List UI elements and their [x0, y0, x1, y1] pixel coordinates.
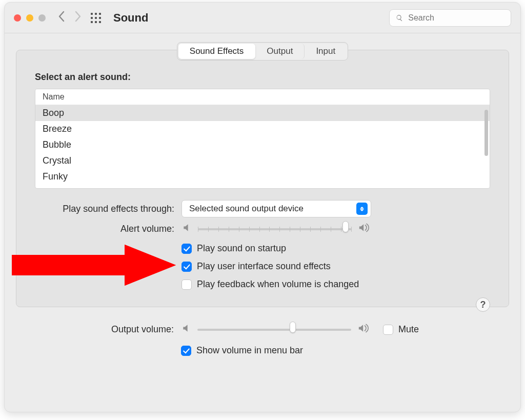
search-field[interactable]: [389, 9, 511, 27]
checkbox-label: Mute: [398, 324, 419, 335]
play-through-select[interactable]: Selected sound output device: [181, 200, 371, 217]
list-item[interactable]: Heroine: [35, 185, 490, 189]
minimize-icon[interactable]: [26, 14, 33, 22]
grid-icon: [91, 13, 101, 23]
list-body[interactable]: Boop Breeze Bubble Crystal Funky Heroine: [35, 105, 490, 189]
checkbox-label: Play user interface sound effects: [197, 261, 331, 272]
volume-low-icon: [181, 323, 192, 336]
list-column-name: Name: [35, 89, 490, 105]
checkbox-icon: [181, 262, 192, 272]
help-button[interactable]: ?: [476, 297, 490, 312]
slider-thumb[interactable]: [290, 322, 296, 333]
volume-low-icon: [181, 223, 193, 235]
nav-group: [58, 11, 82, 25]
forward-button[interactable]: [74, 11, 82, 25]
alert-sound-list[interactable]: Name Boop Breeze Bubble Crystal Funky He…: [35, 89, 490, 189]
sound-effects-panel: Sound Effects Output Input Select an ale…: [16, 50, 509, 307]
tab-output[interactable]: Output: [255, 44, 305, 59]
window-toolbar: Sound: [5, 3, 520, 33]
list-item[interactable]: Funky: [35, 169, 490, 185]
checkbox-icon: [383, 325, 393, 335]
search-input[interactable]: [407, 13, 504, 23]
checkbox-icon: [181, 346, 191, 356]
traffic-lights: [14, 14, 46, 22]
checkbox-menu-bar[interactable]: Show volume in menu bar: [181, 345, 303, 356]
list-item[interactable]: Boop: [35, 105, 490, 121]
list-item[interactable]: Bubble: [35, 137, 490, 153]
close-icon[interactable]: [14, 14, 21, 22]
checkbox-mute[interactable]: Mute: [383, 324, 419, 335]
back-button[interactable]: [58, 11, 65, 25]
scrollbar-thumb[interactable]: [484, 110, 488, 156]
tab-group: Sound Effects Output Input: [177, 42, 348, 61]
content-area: Sound Effects Output Input Select an ale…: [5, 33, 520, 412]
alert-volume-label: Alert volume:: [35, 224, 181, 234]
chevron-left-icon: [58, 11, 65, 22]
checkbox-label: Show volume in menu bar: [196, 345, 303, 356]
checkbox-icon: [181, 244, 192, 254]
output-volume-slider[interactable]: [197, 325, 351, 335]
alert-volume-slider[interactable]: [198, 224, 352, 234]
checkbox-ui-sounds[interactable]: Play user interface sound effects: [181, 261, 331, 272]
checkbox-label: Play sound on startup: [197, 243, 286, 254]
output-volume-label: Output volume:: [34, 324, 181, 335]
select-alert-sound-label: Select an alert sound:: [35, 72, 490, 83]
checkbox-volume-feedback[interactable]: Play feedback when volume is changed: [181, 279, 359, 290]
search-icon: [396, 14, 403, 22]
slider-thumb[interactable]: [342, 221, 349, 232]
show-all-button[interactable]: [91, 13, 101, 23]
window-title: Sound: [113, 11, 148, 25]
list-item[interactable]: Breeze: [35, 121, 490, 137]
volume-high-icon: [357, 223, 371, 235]
tab-sound-effects[interactable]: Sound Effects: [178, 44, 256, 59]
preferences-window: Sound Sound Effects Output Input Select …: [4, 2, 521, 412]
checkbox-label: Play feedback when volume is changed: [197, 279, 359, 290]
checkbox-play-startup[interactable]: Play sound on startup: [181, 243, 286, 254]
tab-input[interactable]: Input: [305, 44, 347, 59]
play-through-value: Selected sound output device: [189, 204, 304, 214]
play-through-label: Play sound effects through:: [35, 204, 181, 214]
volume-high-icon: [356, 323, 371, 336]
zoom-icon[interactable]: [38, 14, 46, 22]
updown-icon: [356, 203, 368, 215]
checkbox-icon: [181, 279, 192, 290]
chevron-right-icon: [74, 11, 82, 22]
list-item[interactable]: Crystal: [35, 153, 490, 169]
